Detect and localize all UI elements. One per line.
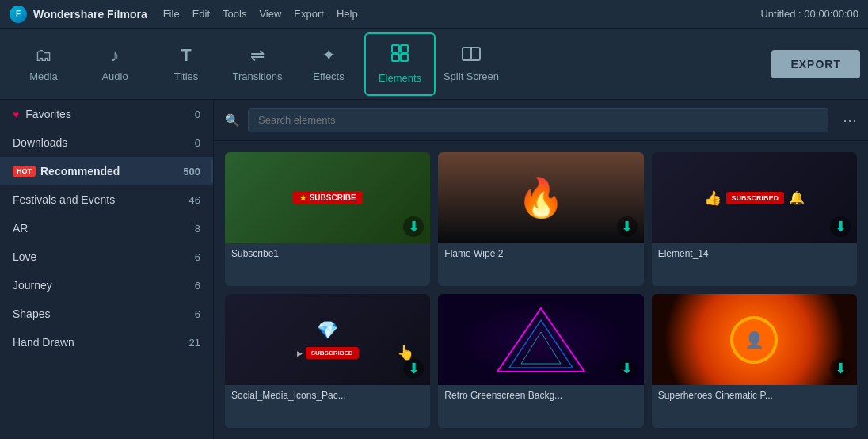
element-label-element14: Element_14	[652, 243, 857, 264]
sidebar: ♥ Favorites 0 Downloads 0 HOT Recommende…	[0, 100, 214, 439]
menu-help[interactable]: Help	[337, 8, 358, 20]
svg-rect-3	[401, 54, 408, 61]
tab-media-label: Media	[29, 71, 57, 82]
sidebar-item-ar-count: 8	[195, 223, 200, 235]
export-button[interactable]: EXPORT	[771, 50, 860, 78]
main-layout: ♥ Favorites 0 Downloads 0 HOT Recommende…	[0, 100, 868, 439]
effects-icon: ✦	[322, 45, 336, 66]
search-input[interactable]	[248, 108, 828, 132]
tab-split-screen-label: Split Screen	[444, 71, 499, 82]
hero-ring: 👤	[652, 294, 857, 385]
sidebar-item-shapes-count: 6	[195, 308, 200, 320]
tab-audio[interactable]: ♪ Audio	[79, 32, 150, 96]
download-icon-2: ⬇	[617, 216, 638, 237]
sidebar-item-hand-drawn-label: Hand Drawn	[13, 336, 183, 349]
sidebar-item-shapes[interactable]: Shapes 6	[0, 300, 213, 328]
svg-rect-2	[392, 54, 399, 61]
heart-icon: ♥	[13, 108, 19, 120]
sidebar-item-ar-label: AR	[13, 222, 188, 235]
menu-edit[interactable]: Edit	[192, 8, 210, 20]
tab-audio-label: Audio	[101, 71, 128, 82]
element-label-flame-wipe: Flame Wipe 2	[438, 243, 643, 264]
neon-triangle	[438, 294, 643, 385]
sidebar-item-recommended-count: 500	[183, 166, 200, 178]
tab-split-screen[interactable]: Split Screen	[436, 32, 507, 96]
sidebar-item-ar[interactable]: AR 8	[0, 214, 213, 242]
tab-effects-label: Effects	[313, 71, 345, 82]
element-card-element14[interactable]: 👍 SUBSCRIBED 🔔 ⬇ Element_14	[652, 152, 857, 286]
sidebar-item-festivals-count: 46	[189, 194, 200, 206]
search-bar: 🔍 ⋯	[214, 100, 868, 141]
element-card-superheroes[interactable]: 👤 ⬇ Superheroes Cinematic P...	[652, 294, 857, 428]
grid-toggle-icon[interactable]: ⋯	[843, 112, 857, 129]
sidebar-item-journey[interactable]: Journey 6	[0, 271, 213, 300]
element-label-social-media: Social_Media_Icons_Pac...	[225, 385, 430, 406]
tab-transitions[interactable]: ⇌ Transitions	[222, 32, 293, 96]
sidebar-item-festivals-label: Festivals and Events	[13, 193, 183, 206]
audio-icon: ♪	[111, 45, 120, 66]
tab-transitions-label: Transitions	[232, 71, 282, 82]
svg-rect-0	[392, 45, 399, 52]
element-label-retro-greenscreen: Retro Greenscreen Backg...	[438, 385, 643, 406]
menu-view[interactable]: View	[259, 8, 281, 20]
sidebar-item-shapes-label: Shapes	[13, 307, 188, 320]
tab-titles[interactable]: T Titles	[150, 32, 222, 96]
sidebar-item-hand-drawn-count: 21	[189, 337, 200, 349]
sidebar-item-love-label: Love	[13, 250, 188, 263]
hot-badge: HOT	[13, 166, 36, 177]
titles-icon: T	[181, 45, 191, 66]
sidebar-item-festivals[interactable]: Festivals and Events 46	[0, 185, 213, 214]
element-thumb-flame-wipe: 🔥 ⬇	[438, 152, 643, 243]
menu-file[interactable]: File	[163, 8, 180, 20]
tab-effects[interactable]: ✦ Effects	[293, 32, 364, 96]
sidebar-item-favorites-count: 0	[195, 109, 200, 120]
elements-grid: ★ SUBSCRIBE ⬇ Subscribe1 🔥 ⬇ Flame Wipe …	[214, 141, 868, 439]
menu-items: File Edit Tools View Export Help	[163, 8, 358, 20]
sidebar-item-recommended-label: Recommended	[40, 165, 177, 178]
toolbar: 🗂 Media ♪ Audio T Titles ⇌ Transitions ✦…	[0, 29, 868, 100]
element-label-subscribe1: Subscribe1	[225, 243, 430, 264]
sidebar-item-recommended[interactable]: HOT Recommended 500 ◀	[0, 157, 213, 185]
element-thumb-retro-greenscreen: ⬇	[438, 294, 643, 385]
transitions-icon: ⇌	[250, 45, 265, 66]
flame-overlay: 🔥	[438, 152, 643, 243]
download-icon-6: ⬇	[830, 358, 851, 379]
download-icon-3: ⬇	[830, 216, 851, 237]
element-card-retro-greenscreen[interactable]: ⬇ Retro Greenscreen Backg...	[438, 294, 643, 428]
element-thumb-element14: 👍 SUBSCRIBED 🔔 ⬇	[652, 152, 857, 243]
sidebar-item-journey-label: Journey	[13, 279, 188, 292]
element-card-social-media[interactable]: 💎 ▶ SUBSCRIBED 👆 ⬇ Social_Media_Icons_Pa…	[225, 294, 430, 428]
tab-media[interactable]: 🗂 Media	[8, 32, 79, 96]
subscribed-badge-2: SUBSCRIBED	[306, 347, 359, 359]
element-card-subscribe1[interactable]: ★ SUBSCRIBE ⬇ Subscribe1	[225, 152, 430, 286]
svg-marker-7	[509, 320, 573, 368]
project-title: Untitled : 00:00:00:00	[760, 8, 858, 20]
element-card-flame-wipe[interactable]: 🔥 ⬇ Flame Wipe 2	[438, 152, 643, 286]
svg-marker-6	[497, 308, 584, 372]
content-area: 🔍 ⋯ ★ SUBSCRIBE ⬇ Subscribe1	[214, 100, 868, 439]
elements-icon	[390, 44, 409, 67]
download-icon-5: ⬇	[617, 358, 638, 379]
element-thumb-subscribe1: ★ SUBSCRIBE ⬇	[225, 152, 430, 243]
app-name: Wondershare Filmora	[33, 8, 147, 21]
svg-marker-8	[521, 332, 561, 364]
sidebar-item-favorites-label: Favorites	[25, 108, 188, 120]
app-logo: F Wondershare Filmora	[10, 6, 147, 23]
subscribed-badge: SUBSCRIBED	[726, 192, 785, 204]
sidebar-item-downloads-count: 0	[195, 137, 200, 149]
sidebar-item-love[interactable]: Love 6	[0, 242, 213, 271]
split-screen-icon	[462, 45, 481, 66]
menu-export[interactable]: Export	[294, 8, 324, 20]
element-thumb-superheroes: 👤 ⬇	[652, 294, 857, 385]
tab-elements[interactable]: Elements	[364, 32, 436, 96]
sidebar-item-love-count: 6	[195, 251, 200, 263]
element-thumb-social-media: 💎 ▶ SUBSCRIBED 👆 ⬇	[225, 294, 430, 385]
menu-tools[interactable]: Tools	[223, 8, 246, 20]
sidebar-item-favorites[interactable]: ♥ Favorites 0	[0, 100, 213, 128]
search-icon: 🔍	[225, 113, 240, 128]
sidebar-item-downloads[interactable]: Downloads 0	[0, 128, 213, 157]
sidebar-item-downloads-label: Downloads	[13, 136, 188, 149]
element-label-superheroes: Superheroes Cinematic P...	[652, 385, 857, 406]
tab-elements-label: Elements	[379, 72, 421, 84]
sidebar-item-hand-drawn[interactable]: Hand Drawn 21	[0, 328, 213, 357]
